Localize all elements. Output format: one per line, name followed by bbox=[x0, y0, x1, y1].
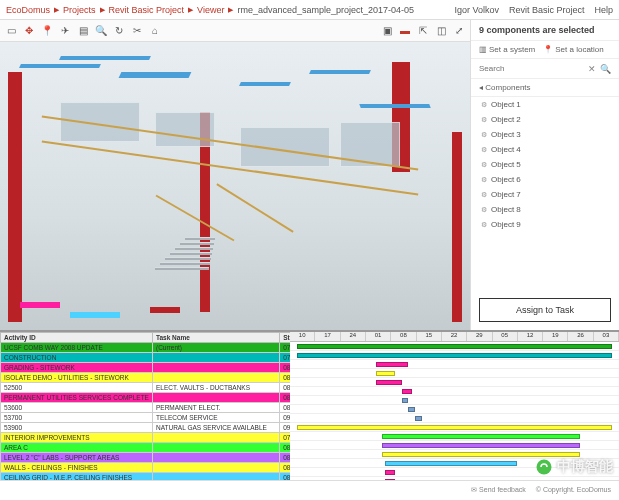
gantt-col-header[interactable]: Task Name bbox=[152, 333, 279, 343]
timeline-tick: 10 bbox=[290, 332, 315, 341]
component-item[interactable]: Object 5 bbox=[471, 157, 619, 172]
sidebar: 9 components are selected ▥ Set a system… bbox=[471, 20, 619, 330]
components-section[interactable]: ◂ Components bbox=[471, 79, 619, 97]
component-item[interactable]: Object 2 bbox=[471, 112, 619, 127]
clear-icon[interactable]: ✕ bbox=[586, 64, 598, 74]
tool-export-icon[interactable]: ⇱ bbox=[416, 24, 430, 38]
search-input[interactable] bbox=[477, 62, 586, 75]
tool-mode-icon[interactable]: ▬ bbox=[398, 24, 412, 38]
svg-point-0 bbox=[537, 460, 552, 475]
tool-plane-icon[interactable]: ✈ bbox=[58, 24, 72, 38]
tool-refresh-icon[interactable]: ↻ bbox=[112, 24, 126, 38]
timeline-tick: 24 bbox=[341, 332, 366, 341]
timeline-tick: 03 bbox=[594, 332, 619, 341]
assign-to-task-button[interactable]: Assign to Task bbox=[479, 298, 611, 322]
crumb-root[interactable]: EcoDomus bbox=[6, 5, 50, 15]
user-nav: Igor Volkov Revit Basic Project Help bbox=[454, 5, 613, 15]
gantt-table[interactable]: Activity IDTask NameStartFinishDurationL… bbox=[0, 332, 290, 480]
component-item[interactable]: Object 1 bbox=[471, 97, 619, 112]
gantt-row[interactable]: UCSF COMB WAY 2008 UPDATE(Current)07.13.… bbox=[1, 343, 291, 353]
component-item[interactable]: Object 8 bbox=[471, 202, 619, 217]
feedback-link[interactable]: ✉ Send feedback bbox=[471, 486, 526, 494]
gantt-row[interactable]: INTERIOR IMPROVEMENTS07.13.0912.09.09107 bbox=[1, 433, 291, 443]
gantt-row[interactable]: ISOLATE DEMO - UTILITIES - SITEWORK08.17… bbox=[1, 373, 291, 383]
gantt-panel: Activity IDTask NameStartFinishDurationL… bbox=[0, 330, 619, 480]
component-item[interactable]: Object 3 bbox=[471, 127, 619, 142]
timeline-tick: 12 bbox=[518, 332, 543, 341]
gantt-row[interactable]: CEILING GRID - M.E.P. CEILING FINISHES08… bbox=[1, 473, 291, 481]
crumb-current: rme_advanced_sample_project_2017-04-05 bbox=[237, 5, 414, 15]
help-link[interactable]: Help bbox=[594, 5, 613, 15]
crumb-project[interactable]: Revit Basic Project bbox=[109, 5, 185, 15]
timeline-tick: 15 bbox=[417, 332, 442, 341]
tool-expand-icon[interactable]: ⤢ bbox=[452, 24, 466, 38]
sidebar-header: 9 components are selected bbox=[471, 20, 619, 41]
timeline-tick: 19 bbox=[543, 332, 568, 341]
timeline-tick: 01 bbox=[366, 332, 391, 341]
user-link[interactable]: Igor Volkov bbox=[454, 5, 499, 15]
footer: ✉ Send feedback © Copyright. EcoDomus bbox=[0, 480, 619, 498]
viewer-canvas[interactable] bbox=[0, 42, 470, 330]
gantt-row[interactable]: CONSTRUCTION07.13.0912.09.09107 bbox=[1, 353, 291, 363]
set-location-action[interactable]: 📍 Set a location bbox=[543, 45, 603, 54]
copyright: © Copyright. EcoDomus bbox=[536, 486, 611, 493]
tool-select-icon[interactable]: ▭ bbox=[4, 24, 18, 38]
gantt-row[interactable]: 53900NATURAL GAS SERVICE AVAILABLE09.02.… bbox=[1, 423, 291, 433]
crumb-projects[interactable]: Projects bbox=[63, 5, 96, 15]
tool-layers-icon[interactable]: ▤ bbox=[76, 24, 90, 38]
gantt-row[interactable]: 52500ELECT. VAULTS - DUCTBANKS08.17.0908… bbox=[1, 383, 291, 393]
timeline-tick: 29 bbox=[467, 332, 492, 341]
gantt-col-header[interactable]: Activity ID bbox=[1, 333, 153, 343]
tool-cut-icon[interactable]: ✂ bbox=[130, 24, 144, 38]
watermark: 中博智能 bbox=[535, 458, 613, 476]
crumb-viewer[interactable]: Viewer bbox=[197, 5, 224, 15]
breadcrumb: EcoDomus▶ Projects▶ Revit Basic Project▶… bbox=[6, 5, 414, 15]
timeline-tick: 22 bbox=[442, 332, 467, 341]
component-item[interactable]: Object 9 bbox=[471, 217, 619, 232]
tool-pin-icon[interactable]: 📍 bbox=[40, 24, 54, 38]
gantt-row[interactable]: 53700TELECOM SERVICE09.01.0909.01.091RE bbox=[1, 413, 291, 423]
gantt-row[interactable]: WALLS - CEILINGS - FINISHES08.20.0900.15… bbox=[1, 463, 291, 473]
component-item[interactable]: Object 6 bbox=[471, 172, 619, 187]
gantt-col-header[interactable]: Start bbox=[280, 333, 290, 343]
timeline-tick: 08 bbox=[391, 332, 416, 341]
component-item[interactable]: Object 4 bbox=[471, 142, 619, 157]
project-link[interactable]: Revit Basic Project bbox=[509, 5, 585, 15]
gantt-row[interactable]: PERMANENT UTILITIES SERVICES COMPLETE08.… bbox=[1, 393, 291, 403]
gantt-row[interactable]: 53600PERMANENT ELECT.08.31.0908.31.091 bbox=[1, 403, 291, 413]
set-system-action[interactable]: ▥ Set a system bbox=[479, 45, 535, 54]
timeline-tick: 05 bbox=[493, 332, 518, 341]
tool-panel-icon[interactable]: ▣ bbox=[380, 24, 394, 38]
gantt-row[interactable]: GRADING - SITEWORK08.17.0908.31.0910T bbox=[1, 363, 291, 373]
viewer-toolbar: ▭ ✥ 📍 ✈ ▤ 🔍 ↻ ✂ ⌂ ▣ ▬ ⇱ ◫ ⤢ bbox=[0, 20, 470, 42]
gantt-row[interactable]: LEVEL 2 "C" LABS - SUPPORT AREAS08.20.09… bbox=[1, 453, 291, 463]
component-item[interactable]: Object 7 bbox=[471, 187, 619, 202]
viewer-panel: ▭ ✥ 📍 ✈ ▤ 🔍 ↻ ✂ ⌂ ▣ ▬ ⇱ ◫ ⤢ bbox=[0, 20, 471, 330]
tool-zoom-icon[interactable]: 🔍 bbox=[94, 24, 108, 38]
tool-home-icon[interactable]: ⌂ bbox=[148, 24, 162, 38]
timeline-tick: 17 bbox=[315, 332, 340, 341]
timeline-tick: 26 bbox=[568, 332, 593, 341]
tool-arrow-icon[interactable]: ✥ bbox=[22, 24, 36, 38]
component-list: Object 1Object 2Object 3Object 4Object 5… bbox=[471, 97, 619, 290]
tool-chart-icon[interactable]: ◫ bbox=[434, 24, 448, 38]
gantt-row[interactable]: AREA C08.20.0900.15.09179 bbox=[1, 443, 291, 453]
search-icon[interactable]: 🔍 bbox=[598, 64, 613, 74]
